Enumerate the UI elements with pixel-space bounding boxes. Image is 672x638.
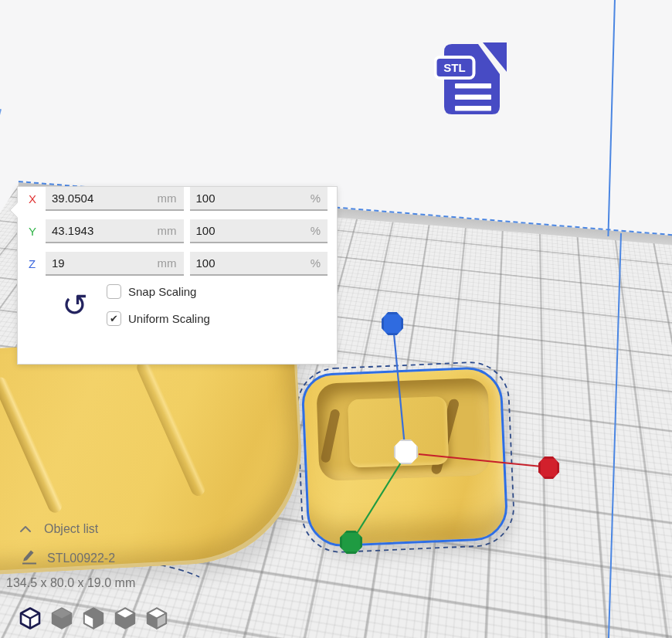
stl-file-icon: STL (434, 42, 511, 124)
cube-wireframe-view-icon[interactable] (19, 606, 42, 630)
cube-front-face-view-icon[interactable] (82, 606, 105, 630)
uniform-scaling-checkbox[interactable]: ✔ (107, 311, 121, 326)
chevron-up-icon (19, 524, 32, 534)
scaling-options: Snap Scaling ✔ Uniform Scaling (107, 284, 210, 326)
stl-doc-line (455, 83, 491, 89)
checkmark-icon: ✔ (110, 313, 118, 324)
y-scale-handle[interactable] (340, 531, 362, 554)
scale-row-z: Z mm % (29, 252, 328, 276)
z-scale-handle[interactable] (382, 312, 403, 335)
snap-scaling-checkbox[interactable] (107, 284, 121, 299)
object-list-title: Object list (44, 522, 98, 536)
cura-3d-viewport: X mm % Y mm % Z mm (0, 0, 672, 638)
z-size-input[interactable] (46, 252, 184, 274)
x-size-input[interactable] (46, 187, 184, 209)
object-list-item[interactable]: STL00922-2 (20, 547, 115, 565)
model-recess (316, 378, 490, 481)
stl-doc-line (455, 106, 491, 111)
scale-row-x: X mm % (29, 187, 328, 211)
stl-doc-line (455, 95, 491, 100)
view-mode-bar (19, 606, 168, 630)
object-list-header[interactable]: Object list (19, 522, 98, 536)
uniform-scaling-option[interactable]: ✔ Uniform Scaling (107, 311, 210, 326)
z-axis-label: Z (29, 257, 46, 270)
y-percent-field: % (190, 219, 328, 243)
y-percent-input[interactable] (190, 219, 328, 242)
x-percent-input[interactable] (190, 187, 328, 209)
pencil-edit-icon[interactable] (20, 547, 37, 565)
scale-row-y: Y mm % (29, 219, 328, 243)
scale-panel-footer: ↺ Snap Scaling ✔ Uniform Scaling (61, 284, 337, 326)
reset-icon: ↺ (62, 287, 88, 323)
x-percent-field: % (190, 187, 328, 211)
model-groove (134, 358, 207, 498)
cube-solid-view-icon[interactable] (50, 606, 73, 630)
y-size-input[interactable] (46, 219, 184, 242)
y-size-field: mm (46, 219, 184, 243)
cube-top-face-view-icon[interactable] (114, 606, 137, 630)
object-item-name[interactable]: STL00922-2 (47, 551, 115, 565)
reset-scale-button[interactable]: ↺ (61, 291, 89, 319)
model-groove (0, 375, 64, 515)
selected-model-dimensions: 134.5 x 80.0 x 19.0 mm (6, 576, 135, 590)
z-percent-field: % (190, 252, 328, 276)
stl-badge-label: STL (443, 61, 465, 74)
model-slot (321, 409, 341, 463)
x-size-field: mm (46, 187, 184, 211)
snap-scaling-label: Snap Scaling (128, 285, 196, 298)
uniform-scaling-label: Uniform Scaling (128, 312, 210, 325)
snap-scaling-option[interactable]: Snap Scaling (107, 284, 210, 299)
center-scale-handle[interactable] (394, 439, 418, 464)
z-size-field: mm (46, 252, 184, 276)
x-axis-label: X (29, 192, 46, 205)
z-percent-input[interactable] (190, 252, 328, 274)
cube-top-right-view-icon[interactable] (145, 606, 168, 630)
y-axis-label: Y (29, 225, 46, 238)
scale-tool-panel: X mm % Y mm % Z mm (17, 186, 338, 365)
